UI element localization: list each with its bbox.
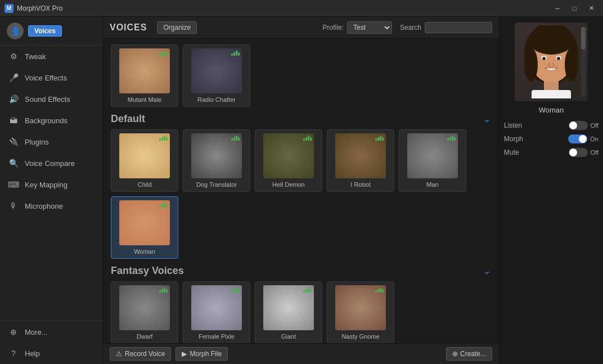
sidebar-bottom-nav: ⊕ More... ? Help <box>0 321 102 364</box>
voice-card-child[interactable]: Child <box>111 129 178 192</box>
signal-bars <box>231 287 240 293</box>
titlebar-buttons: ─ □ ✕ <box>550 3 598 14</box>
signal-bars <box>159 51 168 56</box>
voice-img-dwarf <box>119 285 170 330</box>
voices-grid-area[interactable]: Mutant Male Radio Chatter Default ⌄ Chil… <box>103 39 499 343</box>
voice-img-hell-demon <box>263 133 314 178</box>
morph-file-icon: ▶ <box>182 350 187 358</box>
more-icon: ⊕ <box>8 326 19 338</box>
voice-card-mutant-male[interactable]: Mutant Male <box>111 44 178 107</box>
signal-bars <box>159 203 168 208</box>
sidebar-item-voice-compare[interactable]: 🔍 Voice Compare <box>0 152 102 174</box>
backgrounds-icon: 🏔 <box>8 115 19 126</box>
voice-name-woman: Woman <box>134 248 155 255</box>
voice-card-hell-demon[interactable]: Hell Demon <box>255 129 322 192</box>
voice-name-mutant-male: Mutant Male <box>128 96 162 103</box>
restore-button[interactable]: □ <box>567 3 582 14</box>
profile-select[interactable]: Test <box>347 21 392 34</box>
voice-name-female-pixie: Female Pixie <box>199 333 235 340</box>
section-collapse-default[interactable]: ⌄ <box>483 113 491 125</box>
morph-control: Morph On <box>504 134 598 143</box>
panel-scroll-thumb <box>581 27 586 50</box>
sidebar-item-microphone[interactable]: 🎙 Microphone <box>0 195 102 217</box>
listen-thumb <box>569 122 577 129</box>
avatar: 👤 <box>7 23 24 39</box>
help-icon: ? <box>8 348 19 359</box>
signal-bars <box>303 136 312 141</box>
signal-bars <box>375 136 384 141</box>
close-button[interactable]: ✕ <box>584 3 598 14</box>
signal-bars <box>303 287 312 293</box>
section-collapse-fantasy[interactable]: ⌄ <box>483 264 491 277</box>
voice-card-i-robot[interactable]: I Robot <box>327 129 394 192</box>
record-voice-button[interactable]: ⚠ Record Voice <box>110 347 171 361</box>
help-label: Help <box>25 349 40 358</box>
voice-card-dog-translator[interactable]: Dog Translator <box>183 129 250 192</box>
voice-card-dwarf[interactable]: Dwarf <box>111 281 178 343</box>
listen-track[interactable] <box>569 121 588 130</box>
organize-button[interactable]: Organize <box>157 21 197 34</box>
voice-img-nasty-gnome <box>335 285 386 330</box>
microphone-icon: 🎙 <box>8 200 19 212</box>
voice-img-woman <box>119 200 170 245</box>
morph-label: Morph <box>504 135 523 143</box>
voice-img-i-robot <box>335 133 386 178</box>
sidebar-item-voice-effects[interactable]: 🎤 Voice Effects <box>0 67 102 88</box>
voice-img-giant <box>263 285 314 330</box>
photo-inner <box>515 23 588 101</box>
sidebar-item-tweak[interactable]: ⚙ Tweak <box>0 46 102 67</box>
sidebar-item-backgrounds[interactable]: 🏔 Backgrounds <box>0 110 102 131</box>
sidebar-item-more[interactable]: ⊕ More... <box>0 321 102 343</box>
voice-effects-icon: 🎤 <box>8 72 19 83</box>
voice-card-man[interactable]: Man <box>399 129 466 192</box>
sidebar-item-key-mapping[interactable]: ⌨ Key Mapping <box>0 174 102 195</box>
minimize-button[interactable]: ─ <box>550 3 565 14</box>
section-grid-fantasy: Dwarf Female Pixie Giant Nast <box>111 281 491 343</box>
mute-state: Off <box>591 149 598 156</box>
signal-bars <box>159 287 168 293</box>
key-mapping-label: Key Mapping <box>25 181 68 189</box>
listen-toggle[interactable]: Off <box>569 121 598 130</box>
plugins-label: Plugins <box>25 138 49 146</box>
create-button[interactable]: ⊕ Create... <box>446 347 492 361</box>
voice-effects-label: Voice Effects <box>25 74 67 82</box>
morph-toggle[interactable]: On <box>568 134 598 143</box>
mute-thumb <box>569 149 577 156</box>
svg-point-7 <box>542 57 546 60</box>
sidebar-bottom: ⊕ More... ? Help <box>0 321 102 364</box>
voice-name-hell-demon: Hell Demon <box>272 181 304 188</box>
voice-name-dog-translator: Dog Translator <box>196 181 237 188</box>
svg-point-4 <box>530 30 573 55</box>
voices-badge[interactable]: Voices <box>28 25 62 37</box>
signal-bars <box>375 287 384 293</box>
voice-card-woman[interactable]: Woman <box>111 196 178 259</box>
sidebar-item-help[interactable]: ? Help <box>0 343 102 364</box>
mute-toggle[interactable]: Off <box>569 148 598 157</box>
sidebar-item-sound-effects[interactable]: 🔊 Sound Effects <box>0 88 102 110</box>
sidebar-item-plugins[interactable]: 🔌 Plugins <box>0 131 102 152</box>
section-title-fantasy: Fantasy Voices <box>111 265 184 277</box>
search-input[interactable] <box>425 22 492 33</box>
morph-track[interactable] <box>568 134 587 143</box>
morph-thumb <box>579 135 587 143</box>
section-grid-default: Child Dog Translator Hell Demon <box>111 129 491 259</box>
voice-card-giant[interactable]: Giant <box>255 281 322 343</box>
voice-card-female-pixie[interactable]: Female Pixie <box>183 281 250 343</box>
voice-card-radio-chatter[interactable]: Radio Chatter <box>183 44 250 107</box>
more-label: More... <box>25 328 47 336</box>
backgrounds-label: Backgrounds <box>25 116 68 125</box>
mute-track[interactable] <box>569 148 588 157</box>
signal-bars <box>231 51 240 56</box>
voice-img-female-pixie <box>191 285 242 330</box>
morph-file-button[interactable]: ▶ Morph File <box>176 347 228 361</box>
voice-compare-label: Voice Compare <box>25 159 75 168</box>
voice-img-child <box>119 133 170 178</box>
voice-card-nasty-gnome[interactable]: Nasty Gnome <box>327 281 394 343</box>
voice-name-radio-chatter: Radio Chatter <box>197 96 236 103</box>
panel-scrollbar[interactable] <box>581 27 586 97</box>
app-title: MorphVOX Pro <box>17 5 550 12</box>
app-icon-letter: M <box>7 5 11 11</box>
listen-control: Listen Off <box>504 121 598 130</box>
voice-name-giant: Giant <box>281 333 296 340</box>
signal-bars <box>447 136 456 141</box>
